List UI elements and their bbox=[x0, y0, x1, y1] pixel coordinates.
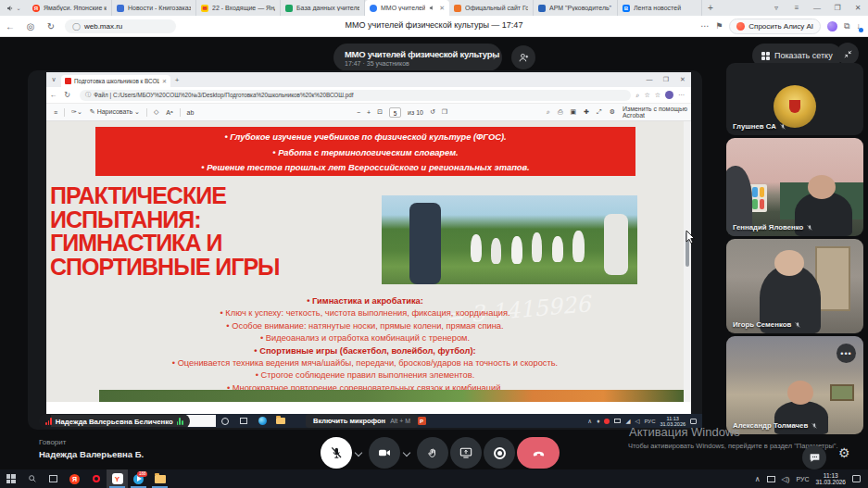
close-tab-icon[interactable]: ✕ bbox=[162, 78, 167, 84]
alice-button[interactable]: Спросить Алису AI bbox=[729, 19, 821, 34]
action-center-icon[interactable] bbox=[852, 475, 861, 482]
hangup-button[interactable] bbox=[517, 437, 560, 469]
taskbar-search-button[interactable] bbox=[21, 469, 43, 488]
back-icon[interactable]: ← bbox=[46, 91, 60, 99]
more-icon[interactable]: ⋯ bbox=[678, 92, 685, 99]
opera-icon[interactable] bbox=[85, 469, 107, 488]
file-explorer-icon[interactable] bbox=[149, 469, 170, 488]
avatar[interactable] bbox=[665, 91, 673, 99]
telegram-icon[interactable]: 188 bbox=[128, 469, 149, 488]
collections-icon[interactable]: ⧉ bbox=[844, 21, 849, 31]
tray-volume-icon: ◁ bbox=[635, 418, 639, 425]
browser-tab-3[interactable]: ✉22 - Входящие — Яндек bbox=[196, 0, 281, 16]
browser-tab-8[interactable]: BЛента новостей bbox=[618, 0, 702, 16]
hand-icon bbox=[426, 446, 440, 460]
close-button[interactable]: ✕ bbox=[674, 76, 691, 83]
raise-hand-button[interactable] bbox=[417, 437, 448, 469]
participant-tile-1[interactable]: Глушнев СА bbox=[726, 63, 863, 135]
minimize-button[interactable]: — bbox=[641, 76, 658, 83]
reload-icon[interactable]: ↻ bbox=[41, 21, 61, 31]
shared-url-field[interactable]: ⓘ Файл | C:/Users/МБОУ%20СОШ%20№3/Deskto… bbox=[80, 90, 631, 101]
tab-label: Ямабуси. Японские кро bbox=[44, 5, 107, 11]
exit-fullscreen-button[interactable] bbox=[837, 43, 859, 65]
bookmark-icon[interactable]: ⚑ bbox=[715, 21, 723, 31]
minimize-button[interactable]: — bbox=[807, 0, 827, 16]
yandex-app-icon[interactable]: Я bbox=[64, 469, 85, 488]
meeting-title-pill[interactable]: ММО учителей физической культуры 17:47 ·… bbox=[333, 44, 502, 71]
close-tab-icon[interactable]: ✕ bbox=[439, 5, 445, 12]
record-button[interactable] bbox=[484, 437, 515, 469]
slide-title: ПРАКТИЧЕСКИЕ ИСПЫТАНИЯ: ГИМНАСТИКА И СПО… bbox=[50, 184, 280, 279]
next-slide-edge bbox=[99, 390, 684, 402]
zoom-out-icon[interactable]: − bbox=[357, 109, 360, 116]
screen: ⌄ ЯЯмабуси. Японские кро Новости - Книго… bbox=[0, 0, 868, 488]
url-field[interactable]: ◯ web.max.ru bbox=[65, 19, 176, 33]
settings-button[interactable]: ⚙ bbox=[838, 445, 850, 460]
zoom-in-icon[interactable]: + bbox=[367, 109, 371, 116]
tray-volume-icon[interactable]: ◁) bbox=[782, 475, 790, 483]
participant-tile-4[interactable]: ••• Александр Толмачев bbox=[726, 336, 863, 434]
reload-icon[interactable]: ↻ bbox=[60, 91, 74, 99]
new-tab-button[interactable]: + bbox=[702, 0, 719, 16]
eraser-icon[interactable]: ◇ bbox=[154, 108, 158, 116]
save-icon[interactable]: ▣ bbox=[571, 108, 577, 116]
browser-tab-1[interactable]: ЯЯмабуси. Японские кро bbox=[28, 0, 112, 16]
clock[interactable]: 11:13 31.03.2026 bbox=[815, 472, 846, 485]
tray-display-icon[interactable] bbox=[767, 476, 775, 482]
mic-button[interactable] bbox=[321, 437, 352, 469]
search-icon[interactable]: ⌕ bbox=[547, 108, 550, 116]
yandex-browser-icon[interactable]: Y bbox=[107, 469, 128, 488]
add-participant-button[interactable] bbox=[511, 45, 535, 69]
url-text: web.max.ru bbox=[84, 22, 122, 31]
add-text-icon[interactable]: Aᵃ bbox=[166, 109, 172, 116]
new-tab-button[interactable]: + bbox=[170, 76, 183, 84]
browser-tab-2[interactable]: Новости - Книгозаказ bbox=[112, 0, 196, 16]
fullscreen-icon[interactable]: ⤢ bbox=[597, 108, 602, 116]
close-button[interactable]: ✕ bbox=[848, 0, 868, 16]
favorites-icon[interactable]: ☆ bbox=[655, 92, 660, 99]
more-icon[interactable]: ⋯ bbox=[700, 21, 709, 31]
toc-icon[interactable]: ≡ bbox=[54, 109, 57, 116]
chat-button[interactable] bbox=[802, 445, 826, 469]
plus-subscription-icon[interactable] bbox=[827, 21, 837, 31]
browser-tab-7[interactable]: АРМ "Руководитель" bbox=[534, 0, 618, 16]
menu-icon[interactable]: ≡ bbox=[786, 0, 807, 16]
participant-tile-2[interactable]: Геннадий Яловенко bbox=[726, 138, 863, 236]
maximize-button[interactable]: ❐ bbox=[827, 0, 848, 16]
rotate-icon[interactable]: ↺ bbox=[430, 108, 435, 116]
zoom-icon[interactable]: ⌕ bbox=[636, 92, 640, 99]
browser-tab-6[interactable]: Офицальный сайт Гост bbox=[449, 0, 534, 16]
chevron-down-icon[interactable]: ∨ bbox=[46, 76, 61, 83]
protect-icon[interactable]: ▿ bbox=[766, 0, 786, 16]
shared-pdf-tab[interactable]: Подготовка школьников к ВСОШ ✕ bbox=[61, 75, 170, 87]
star-icon[interactable]: ☆ bbox=[644, 92, 649, 99]
task-view-button[interactable] bbox=[43, 469, 64, 488]
back-icon[interactable]: ← bbox=[0, 21, 20, 31]
browser-tab-active[interactable]: ММО учителей фи ✕ bbox=[365, 0, 449, 16]
maximize-button[interactable]: ❐ bbox=[658, 76, 674, 83]
settings-icon[interactable]: ⚙ bbox=[610, 108, 615, 116]
fit-page-icon[interactable]: ⊡ bbox=[377, 108, 383, 116]
browser-tab-4[interactable]: База данных учителей Ц bbox=[281, 0, 365, 16]
pdf-scrollbar[interactable] bbox=[684, 121, 691, 402]
language-indicator[interactable]: РУС bbox=[796, 476, 809, 482]
participant-name: Игорь Семенков bbox=[733, 320, 791, 329]
start-button[interactable] bbox=[0, 469, 21, 488]
draw-button[interactable]: ✎ Нарисовать ⌄ bbox=[90, 108, 140, 116]
print-icon[interactable]: ⎙ bbox=[558, 108, 563, 116]
page-number-input[interactable]: 5 bbox=[389, 107, 401, 118]
read-aloud-icon[interactable]: ab bbox=[187, 109, 195, 116]
downloads-icon[interactable]: ↓ bbox=[857, 21, 862, 31]
edit-with-acrobat-button[interactable]: Изменить с помощью Acrobat bbox=[623, 106, 691, 119]
extensions-icon[interactable]: ◎ bbox=[20, 21, 41, 31]
tile-more-button[interactable]: ••• bbox=[837, 344, 856, 363]
save-as-icon[interactable]: ✚ bbox=[584, 108, 589, 116]
tray-chevron-icon[interactable]: ∧ bbox=[755, 475, 761, 483]
tab-audio-control[interactable]: ⌄ bbox=[0, 0, 28, 16]
camera-button[interactable] bbox=[369, 437, 400, 469]
participant-tile-3[interactable]: Игорь Семенков bbox=[726, 239, 863, 333]
share-screen-button[interactable] bbox=[450, 437, 482, 469]
page-view-icon[interactable]: ❐ bbox=[442, 108, 447, 116]
highlighter-icon[interactable]: ✑⌄ bbox=[71, 108, 82, 116]
site-info-icon[interactable]: ◯ bbox=[72, 22, 81, 31]
